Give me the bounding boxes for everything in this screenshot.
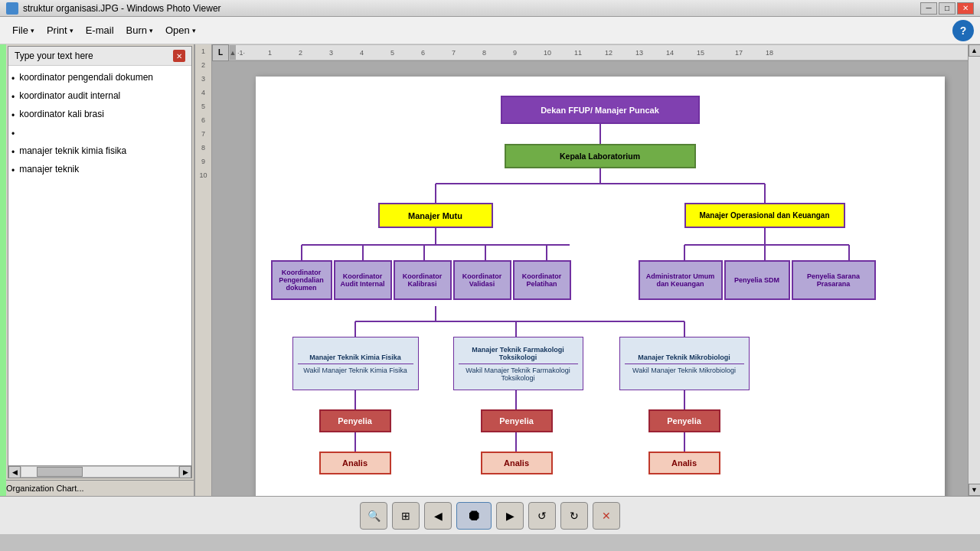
node-analis-1: Analis (319, 452, 391, 474)
item-text: manajer teknik (19, 162, 185, 176)
analis-2-label: Analis (504, 458, 529, 468)
node-koor-validasi: Koordinator Validasi (453, 260, 511, 300)
help-button[interactable]: ? (952, 20, 974, 41)
manajer-mikro-deputy: Wakil Manajer Teknik Mikrobiologi (632, 364, 736, 374)
horizontal-ruler: L ·1· 1 2 3 4 5 6 7 8 9 10 11 12 13 14 1… (212, 44, 980, 61)
menu-print-arrow: ▾ (70, 27, 74, 34)
zoom-button[interactable]: 🔍 (360, 502, 387, 530)
scroll-right-button[interactable]: ▶ (179, 466, 191, 478)
text-editor: Type your text here ✕ • koordinator peng… (8, 46, 192, 478)
scroll-thumb[interactable] (37, 467, 83, 477)
menu-print[interactable]: Print ▾ (41, 20, 80, 41)
ruler-label: 5 (390, 49, 394, 57)
node-penyelia-sdm: Penyelia SDM (724, 260, 790, 300)
maximize-button[interactable]: □ (939, 2, 956, 15)
redo-icon: ↻ (570, 510, 579, 522)
close-button[interactable]: ✕ (593, 502, 620, 530)
analis-3-label: Analis (671, 458, 697, 468)
node-kepala: Kepala Laboratorium (505, 144, 696, 168)
next-icon: ▶ (506, 510, 514, 522)
ruler-left-handle[interactable]: ▲ (230, 45, 236, 60)
bullet-icon: • (11, 90, 15, 104)
menubar: File ▾ Print ▾ E-mail Burn ▾ Open ▾ ? (0, 17, 980, 44)
ruler-mark: 7 (201, 130, 205, 138)
ruler-label: 8 (482, 49, 486, 57)
menu-burn-arrow: ▾ (149, 27, 153, 34)
redo-button[interactable]: ↻ (560, 502, 588, 530)
node-operasional-label: Manajer Operasional dan Keuangan (699, 211, 829, 220)
prev-icon: ◀ (434, 510, 443, 522)
menu-email[interactable]: E-mail (80, 20, 120, 41)
node-mutu: Manajer Mutu (378, 203, 493, 228)
text-editor-header: Type your text here ✕ (8, 47, 191, 66)
window-title: struktur organisasi.JPG - Windows Photo … (23, 3, 920, 14)
menu-open-arrow: ▾ (192, 27, 196, 34)
item-text: koordinator kali brasi (19, 107, 185, 121)
node-koor-kalibrasi-label: Koordinator Kalibrasi (400, 272, 446, 288)
undo-button[interactable]: ↺ (528, 502, 556, 530)
penyelia-2-label: Penyelia (499, 416, 534, 425)
node-penyelia-3: Penyelia (648, 409, 720, 432)
grid-button[interactable]: ⊞ (392, 502, 420, 530)
document-scroll-area[interactable]: Dekan FFUP/ Manajer Puncak Kepala Labora… (212, 61, 980, 496)
close-panel-button[interactable]: ✕ (173, 50, 185, 62)
text-editor-title: Type your text here (15, 51, 93, 61)
org-chart: Dekan FFUP/ Manajer Puncak Kepala Labora… (271, 92, 929, 496)
menu-file-arrow: ▾ (31, 27, 34, 34)
ruler-label: 9 (513, 49, 517, 57)
document-canvas: Dekan FFUP/ Manajer Puncak Kepala Labora… (256, 77, 945, 496)
next-button[interactable]: ▶ (496, 502, 524, 530)
node-koor-pelatihan: Koordinator Pelatihan (513, 260, 571, 300)
menu-email-label: E-mail (86, 24, 114, 36)
ruler-label: 13 (635, 49, 643, 57)
ruler-label: 6 (421, 49, 425, 57)
node-koor-audit-label: Koordinator Audit Internal (340, 272, 386, 288)
list-item: • (11, 126, 185, 141)
node-penyelia-2: Penyelia (481, 409, 553, 432)
green-strip (0, 44, 6, 496)
ruler-mark: 2 (201, 61, 205, 69)
canvas-area[interactable]: L ·1· 1 2 3 4 5 6 7 8 9 10 11 12 13 14 1… (212, 44, 980, 496)
main-area: Type your text here ✕ • koordinator peng… (0, 44, 980, 496)
scroll-track[interactable] (21, 466, 179, 478)
scroll-up-button[interactable]: ▲ (969, 44, 981, 57)
scroll-track[interactable] (969, 57, 980, 484)
node-koor-pelatihan-label: Koordinator Pelatihan (519, 272, 565, 288)
play-button[interactable]: ⏺ (456, 502, 492, 530)
penyelia-1-label: Penyelia (338, 416, 372, 425)
menu-open[interactable]: Open ▾ (159, 20, 202, 41)
close-button[interactable]: ✕ (957, 2, 974, 15)
ruler-mark: 4 (201, 89, 205, 96)
text-editor-content[interactable]: • koordinator pengendali dokumen • koord… (8, 66, 191, 465)
ruler-label: 7 (452, 49, 456, 57)
node-manajer-farmako: Manajer Teknik Farmakologi Toksikologi W… (453, 337, 583, 390)
ruler-label: ·1· (237, 49, 245, 57)
ruler-track: ·1· 1 2 3 4 5 6 7 8 9 10 11 12 13 14 15 … (229, 44, 980, 60)
ruler-mark: 9 (201, 158, 205, 165)
ruler-label: 12 (605, 49, 612, 57)
node-analis-2: Analis (481, 452, 553, 474)
horizontal-scrollbar[interactable]: ◀ ▶ (8, 465, 191, 478)
prev-button[interactable]: ◀ (424, 502, 452, 530)
ruler-label: 11 (574, 49, 582, 57)
node-mutu-label: Manajer Mutu (408, 211, 462, 220)
ruler-label: 10 (544, 49, 551, 57)
bullet-icon: • (11, 72, 15, 86)
scroll-down-button[interactable]: ▼ (969, 484, 981, 496)
node-penyelia-1: Penyelia (319, 409, 391, 432)
node-dekan: Dekan FFUP/ Manajer Puncak (501, 96, 700, 124)
menu-burn[interactable]: Burn ▾ (120, 20, 159, 41)
minimize-button[interactable]: ─ (920, 2, 937, 15)
node-manajer-mikro: Manajer Teknik Mikrobiologi Wakil Manaje… (619, 337, 750, 390)
vertical-scrollbar[interactable]: ▲ ▼ (968, 44, 980, 496)
list-item: • manajer teknik (11, 162, 185, 178)
menu-burn-label: Burn (126, 24, 147, 36)
list-item: • koordinator kali brasi (11, 107, 185, 122)
ruler-label: 18 (766, 49, 773, 57)
play-icon: ⏺ (466, 507, 482, 524)
bullet-icon: • (11, 109, 15, 122)
ruler-label: 4 (360, 49, 364, 57)
menu-open-label: Open (165, 24, 190, 36)
scroll-left-button[interactable]: ◀ (8, 466, 21, 478)
menu-file[interactable]: File ▾ (6, 20, 41, 41)
